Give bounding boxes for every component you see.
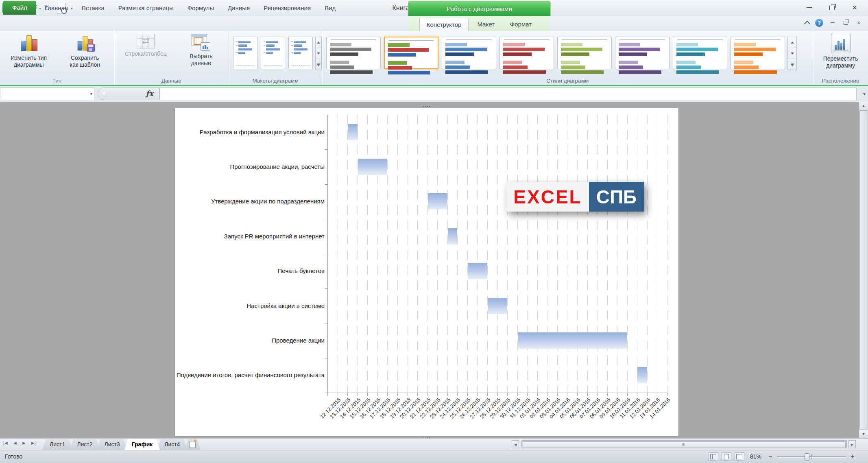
gantt-bar[interactable]	[358, 159, 388, 175]
view-page-layout-button[interactable]	[722, 452, 731, 461]
insert-function-button[interactable]: ƒx	[146, 89, 153, 98]
tab-file[interactable]: Файл	[3, 1, 36, 15]
workbook-minimize-icon[interactable]	[829, 19, 836, 26]
zoom-slider[interactable]	[777, 453, 846, 460]
vertical-scroll-thumb[interactable]	[859, 110, 867, 429]
formula-bar-expand-icon[interactable]: ▾	[863, 91, 866, 97]
next-sheet-icon[interactable]: ►	[22, 440, 26, 446]
group-label-type[interactable]: Тип	[0, 78, 114, 84]
switch-row-column-button[interactable]: ⇄ Строка/столбец	[117, 34, 174, 67]
scroll-down-icon[interactable]: ▼	[859, 430, 868, 438]
chart-style-blue[interactable]	[442, 37, 496, 69]
gallery-up-icon[interactable]	[316, 37, 321, 48]
gantt-bar[interactable]	[448, 228, 458, 245]
sheet-tab-График[interactable]: График	[124, 439, 160, 450]
move-chart-button[interactable]: Переместить диаграмму	[814, 34, 868, 69]
gantt-bar[interactable]	[488, 298, 507, 314]
tab-data[interactable]: Данные	[221, 1, 257, 15]
insert-sheet-button[interactable]	[184, 439, 201, 450]
name-box-dropdown-icon[interactable]: ▾	[90, 91, 92, 96]
style-bar	[676, 43, 698, 46]
chart-layout-thumbnail[interactable]	[233, 37, 257, 69]
vertical-scrollbar[interactable]: ▲ ▼	[859, 102, 868, 438]
formula-bar: ▾ ƒx ▾	[0, 86, 868, 102]
zoom-level[interactable]: 81%	[750, 453, 761, 460]
tab-design[interactable]: Конструктор	[419, 18, 469, 31]
chart-layout-thumbnail[interactable]	[261, 37, 285, 69]
workbook-restore-icon[interactable]	[842, 19, 849, 26]
style-bar	[388, 53, 416, 57]
last-sheet-icon[interactable]: ►|	[31, 440, 37, 446]
style-title-line	[677, 39, 723, 40]
chart-style-purple[interactable]	[615, 37, 670, 69]
view-normal-button[interactable]	[709, 452, 718, 461]
horizontal-scrollbar[interactable]	[521, 440, 847, 448]
tab-page-layout[interactable]: Разметка страницы	[111, 1, 181, 15]
gantt-bar[interactable]	[518, 332, 627, 349]
gantt-bar[interactable]	[468, 263, 487, 279]
page-break-view-icon	[736, 454, 742, 459]
gallery-down-icon[interactable]	[788, 48, 796, 59]
horizontal-scroll-thumb[interactable]	[523, 441, 846, 448]
chart-gridline	[587, 115, 588, 393]
chart-gridline	[597, 115, 598, 393]
save-as-template-button[interactable]: Сохранить как шаблон	[58, 34, 112, 68]
chart-style-teal[interactable]	[673, 37, 727, 69]
chart-style-orange[interactable]	[731, 37, 785, 69]
gallery-up-icon[interactable]	[788, 37, 796, 48]
view-page-break-button[interactable]	[735, 452, 744, 461]
close-button[interactable]: ×	[848, 2, 861, 13]
chart-style-multicolor[interactable]	[384, 37, 438, 69]
prev-sheet-icon[interactable]: ◄	[13, 440, 17, 446]
tab-home[interactable]: Главная	[38, 1, 75, 15]
group-label-location[interactable]: Расположение	[813, 78, 868, 84]
sheet-tab-Лист2[interactable]: Лист2	[70, 439, 100, 450]
chart-gridline	[647, 115, 648, 393]
contextual-tools-header: Работа с диаграммами	[408, 1, 551, 17]
gantt-bar[interactable]	[348, 124, 358, 140]
chart-style-gray[interactable]	[326, 37, 381, 69]
x-axis-tick	[617, 393, 617, 396]
tab-formulas[interactable]: Формулы	[181, 1, 221, 15]
restore-button[interactable]	[826, 2, 838, 13]
gantt-bar[interactable]	[428, 193, 447, 210]
formula-input[interactable]	[159, 87, 857, 100]
select-data-button[interactable]: Выбрать данные	[177, 34, 225, 67]
zoom-slider-thumb[interactable]	[805, 453, 809, 461]
minimize-button[interactable]	[803, 2, 815, 13]
help-icon[interactable]: ?	[815, 19, 823, 27]
zoom-in-icon[interactable]: +	[849, 453, 856, 460]
gallery-more-icon[interactable]	[316, 59, 321, 70]
chart-page[interactable]: Разработка и формализация условий акцииП…	[175, 108, 678, 436]
style-title-line	[446, 39, 492, 40]
chart-style-green[interactable]	[557, 37, 612, 69]
workbook-close-icon[interactable]: ×	[855, 19, 862, 26]
gallery-more-icon[interactable]	[788, 59, 796, 70]
hscroll-left-icon[interactable]: ◄	[512, 440, 519, 448]
style-bar	[619, 61, 637, 64]
minimize-ribbon-icon[interactable]	[804, 20, 811, 27]
group-label-chart-styles[interactable]: Стили диаграмм	[322, 78, 813, 84]
gantt-bar[interactable]	[637, 367, 647, 383]
tab-review[interactable]: Рецензирование	[257, 1, 318, 15]
change-chart-type-button[interactable]: Изменить тип диаграммы	[2, 34, 56, 68]
hscroll-right-icon[interactable]: ►	[848, 440, 856, 448]
group-label-chart-layouts[interactable]: Макеты диаграмм	[229, 78, 322, 84]
sheet-tab-Лист3[interactable]: Лист3	[97, 439, 127, 450]
first-sheet-icon[interactable]: |◄	[2, 440, 9, 446]
tab-format[interactable]: Формат	[503, 17, 539, 31]
scroll-up-icon[interactable]: ▲	[859, 102, 868, 110]
chart-style-red[interactable]	[499, 37, 554, 69]
chart-layout-thumbnail[interactable]	[288, 37, 313, 69]
group-label-data[interactable]: Данные	[114, 78, 229, 84]
zoom-out-icon[interactable]: −	[767, 453, 774, 460]
move-chart-icon	[831, 34, 851, 53]
chart-selection-handle-top[interactable]	[423, 105, 431, 108]
sheet-tab-Лист4[interactable]: Лист4	[157, 439, 187, 450]
tab-insert[interactable]: Вставка	[75, 1, 111, 15]
tab-layout[interactable]: Макет	[470, 17, 501, 31]
gallery-down-icon[interactable]	[316, 48, 321, 59]
name-box[interactable]: ▾	[0, 87, 94, 100]
sheet-tab-Лист1[interactable]: Лист1	[42, 439, 72, 450]
tab-view[interactable]: Вид	[318, 1, 342, 15]
